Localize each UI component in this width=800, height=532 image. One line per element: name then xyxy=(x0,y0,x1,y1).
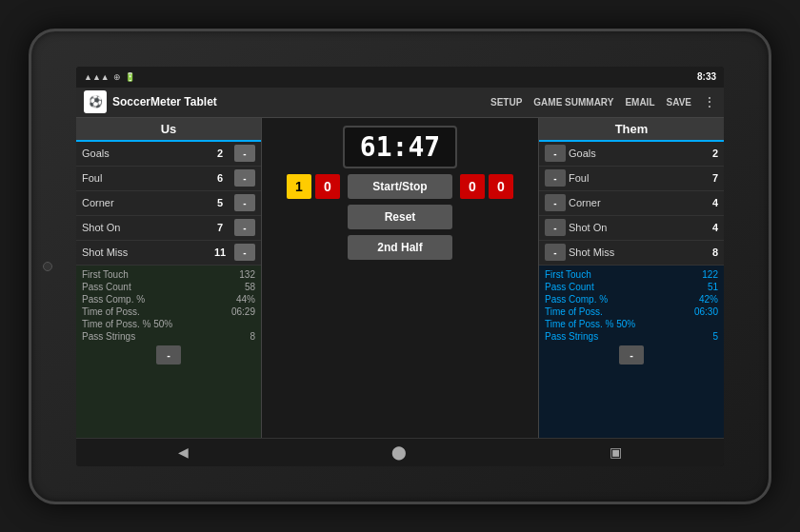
right-time-poss-pct: Time of Poss. % 50% xyxy=(545,319,718,329)
left-first-touch-value: 132 xyxy=(239,269,255,280)
left-goals-label: Goals xyxy=(82,148,209,159)
right-time-poss-pct-label: Time of Poss. % 50% xyxy=(545,319,635,329)
left-stat-shot-on: Shot On 7 - xyxy=(76,216,261,241)
right-stat-shot-on: - Shot On 4 xyxy=(539,216,724,241)
nav-save[interactable]: SAVE xyxy=(667,97,692,108)
left-pass-comp: Pass Comp. % 44% xyxy=(82,294,255,305)
left-pass-strings: Pass Strings 8 xyxy=(82,331,255,342)
score-them-red: 0 xyxy=(460,174,485,199)
left-corner-value: 5 xyxy=(209,197,231,208)
app-title: SoccerMeter Tablet xyxy=(112,95,490,108)
reset-btn[interactable]: Reset xyxy=(348,205,452,229)
left-goals-value: 2 xyxy=(209,148,231,159)
signal-icon: ▲▲▲ xyxy=(84,72,110,82)
right-pass-comp-value: 42% xyxy=(699,294,718,305)
battery-icon: 🔋 xyxy=(125,72,135,82)
left-time-poss-label: Time of Poss. xyxy=(82,306,140,317)
left-foul-minus-btn[interactable]: - xyxy=(234,169,255,187)
right-panel-header: Them xyxy=(539,118,724,142)
status-time: 8:33 xyxy=(697,71,716,82)
timer-display: 61:47 xyxy=(343,126,457,168)
left-shot-miss-minus-btn[interactable]: - xyxy=(234,244,255,261)
right-pass-strings: Pass Strings 5 xyxy=(545,331,718,342)
right-bottom-minus-btn[interactable]: - xyxy=(619,345,644,365)
screen: ▲▲▲ ⊕ 🔋 8:33 ⚽ SoccerMeter Tablet SETUP … xyxy=(76,67,724,466)
left-goals-minus-btn[interactable]: - xyxy=(234,145,255,162)
nav-setup[interactable]: SETUP xyxy=(490,97,522,108)
right-shot-miss-value: 8 xyxy=(695,246,718,258)
left-bottom-minus-btn[interactable]: - xyxy=(156,345,181,365)
right-corner-value: 4 xyxy=(695,197,718,208)
left-stat-corner: Corner 5 - xyxy=(76,191,261,216)
score-us-red: 0 xyxy=(315,174,340,199)
left-stat-shot-miss: Shot Miss 11 - xyxy=(76,241,261,266)
left-time-poss: Time of Poss. 06:29 xyxy=(82,306,255,317)
right-time-poss: Time of Poss. 06:30 xyxy=(545,306,718,317)
left-first-touch: First Touch 132 xyxy=(82,269,255,280)
left-time-poss-value: 06:29 xyxy=(231,306,255,317)
top-bar: ⚽ SoccerMeter Tablet SETUP GAME SUMMARY … xyxy=(76,88,724,118)
left-pass-count-value: 58 xyxy=(245,282,255,292)
start-stop-btn[interactable]: Start/Stop xyxy=(348,174,452,199)
left-pass-strings-value: 8 xyxy=(250,331,255,342)
home-btn[interactable]: ⬤ xyxy=(391,444,407,460)
left-pass-comp-label: Pass Comp. % xyxy=(82,294,145,305)
status-icons-left: ▲▲▲ ⊕ 🔋 xyxy=(84,72,135,82)
nav-game-summary[interactable]: GAME SUMMARY xyxy=(533,97,613,108)
right-shot-miss-minus-btn[interactable]: - xyxy=(545,244,566,261)
main-content: Us Goals 2 - Foul 6 - Corner 5 - xyxy=(76,118,724,438)
left-pass-strings-label: Pass Strings xyxy=(82,331,135,342)
nav-more-icon[interactable]: ⋮ xyxy=(703,94,716,109)
nav-email[interactable]: EMAIL xyxy=(625,97,654,108)
left-stat-foul: Foul 6 - xyxy=(76,167,261,191)
right-stat-shot-miss: - Shot Miss 8 xyxy=(539,241,724,266)
left-stat-goals: Goals 2 - xyxy=(76,142,261,167)
right-shot-on-label: Shot On xyxy=(569,222,695,233)
right-pass-comp-label: Pass Comp. % xyxy=(545,294,608,305)
right-pass-count-value: 51 xyxy=(708,282,718,292)
panel-center: 61:47 1 0 Start/Stop 0 0 Reset 2nd Half xyxy=(262,118,538,438)
left-foul-label: Foul xyxy=(82,172,209,184)
right-goals-label: Goals xyxy=(569,148,695,159)
right-corner-label: Corner xyxy=(569,197,695,208)
right-stat-goals: - Goals 2 xyxy=(539,142,724,167)
left-shot-on-value: 7 xyxy=(209,222,231,233)
right-shot-on-minus-btn[interactable]: - xyxy=(545,219,566,236)
recent-btn[interactable]: ▣ xyxy=(610,444,622,460)
right-pass-comp: Pass Comp. % 42% xyxy=(545,294,718,305)
right-foul-value: 7 xyxy=(695,172,718,184)
left-shot-on-minus-btn[interactable]: - xyxy=(234,219,255,236)
right-goals-value: 2 xyxy=(695,148,718,159)
score-them-yellow: 0 xyxy=(489,174,513,199)
score-them: 0 0 xyxy=(460,174,513,199)
left-pass-comp-value: 44% xyxy=(236,294,255,305)
app-logo: ⚽ xyxy=(84,90,107,113)
left-corner-label: Corner xyxy=(82,197,209,208)
right-corner-minus-btn[interactable]: - xyxy=(545,194,566,211)
left-pass-count-label: Pass Count xyxy=(82,282,131,292)
left-pass-count: Pass Count 58 xyxy=(82,282,255,292)
left-corner-minus-btn[interactable]: - xyxy=(234,194,255,211)
panel-left: Us Goals 2 - Foul 6 - Corner 5 - xyxy=(76,118,262,438)
right-goals-minus-btn[interactable]: - xyxy=(545,145,566,162)
left-shot-miss-value: 11 xyxy=(209,246,231,258)
left-bottom-stats: First Touch 132 Pass Count 58 Pass Comp.… xyxy=(76,266,261,438)
right-pass-strings-label: Pass Strings xyxy=(545,331,598,342)
back-btn[interactable]: ◀ xyxy=(178,444,189,460)
left-time-poss-pct: Time of Poss. % 50% xyxy=(82,319,255,329)
right-stat-foul: - Foul 7 xyxy=(539,167,724,191)
right-shot-on-value: 4 xyxy=(695,222,718,233)
left-shot-on-label: Shot On xyxy=(82,222,209,233)
right-stat-corner: - Corner 4 xyxy=(539,191,724,216)
half-btn[interactable]: 2nd Half xyxy=(348,235,452,260)
wifi-icon: ⊕ xyxy=(113,72,121,82)
right-foul-minus-btn[interactable]: - xyxy=(545,169,566,187)
score-us-yellow: 1 xyxy=(287,174,311,199)
left-shot-miss-label: Shot Miss xyxy=(82,246,209,258)
right-shot-miss-label: Shot Miss xyxy=(569,246,695,258)
right-first-touch-value: 122 xyxy=(702,269,718,280)
left-first-touch-label: First Touch xyxy=(82,269,129,280)
right-time-poss-value: 06:30 xyxy=(694,306,718,317)
left-panel-header: Us xyxy=(76,118,261,142)
right-pass-count: Pass Count 51 xyxy=(545,282,718,292)
